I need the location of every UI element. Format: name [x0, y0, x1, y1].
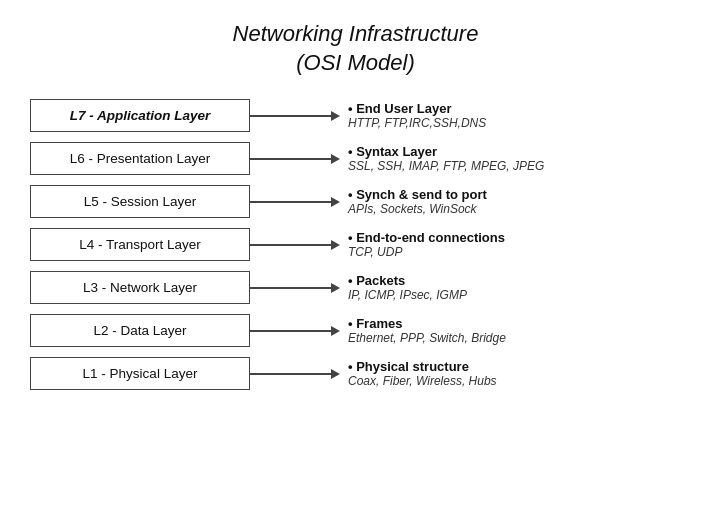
layer-box-l7: L7 - Application Layer — [30, 99, 250, 132]
layer-info-l6: • Syntax LayerSSL, SSH, IMAP, FTP, MPEG,… — [340, 144, 681, 173]
layer-row-l6: L6 - Presentation Layer• Syntax LayerSSL… — [30, 142, 681, 175]
layers-container: L7 - Application Layer• End User LayerHT… — [30, 99, 681, 390]
layer-info-sub-l1: Coax, Fiber, Wireless, Hubs — [348, 374, 681, 388]
layer-info-sub-l3: IP, ICMP, IPsec, IGMP — [348, 288, 681, 302]
layer-info-title-l5: • Synch & send to port — [348, 187, 681, 202]
arrow-l3 — [250, 283, 340, 293]
layer-row-l2: L2 - Data Layer• FramesEthernet, PPP, Sw… — [30, 314, 681, 347]
layer-info-title-l2: • Frames — [348, 316, 681, 331]
layer-info-l5: • Synch & send to portAPIs, Sockets, Win… — [340, 187, 681, 216]
arrow-l1 — [250, 369, 340, 379]
layer-box-l1: L1 - Physical Layer — [30, 357, 250, 390]
layer-row-l4: L4 - Transport Layer• End-to-end connect… — [30, 228, 681, 261]
layer-info-title-l3: • Packets — [348, 273, 681, 288]
layer-info-l4: • End-to-end connectionsTCP, UDP — [340, 230, 681, 259]
layer-info-sub-l6: SSL, SSH, IMAP, FTP, MPEG, JPEG — [348, 159, 681, 173]
arrow-l2 — [250, 326, 340, 336]
layer-box-l6: L6 - Presentation Layer — [30, 142, 250, 175]
layer-info-sub-l2: Ethernet, PPP, Switch, Bridge — [348, 331, 681, 345]
layer-info-title-l7: • End User Layer — [348, 101, 681, 116]
layer-info-l7: • End User LayerHTTP, FTP,IRC,SSH,DNS — [340, 101, 681, 130]
layer-info-title-l6: • Syntax Layer — [348, 144, 681, 159]
layer-info-sub-l7: HTTP, FTP,IRC,SSH,DNS — [348, 116, 681, 130]
layer-info-l1: • Physical structureCoax, Fiber, Wireles… — [340, 359, 681, 388]
layer-info-sub-l5: APIs, Sockets, WinSock — [348, 202, 681, 216]
arrow-l4 — [250, 240, 340, 250]
layer-info-title-l4: • End-to-end connections — [348, 230, 681, 245]
layer-row-l3: L3 - Network Layer• PacketsIP, ICMP, IPs… — [30, 271, 681, 304]
arrow-l6 — [250, 154, 340, 164]
arrow-l7 — [250, 111, 340, 121]
layer-row-l7: L7 - Application Layer• End User LayerHT… — [30, 99, 681, 132]
layer-box-l3: L3 - Network Layer — [30, 271, 250, 304]
layer-box-l5: L5 - Session Layer — [30, 185, 250, 218]
layer-row-l5: L5 - Session Layer• Synch & send to port… — [30, 185, 681, 218]
layer-box-l2: L2 - Data Layer — [30, 314, 250, 347]
layer-box-l4: L4 - Transport Layer — [30, 228, 250, 261]
layer-info-l2: • FramesEthernet, PPP, Switch, Bridge — [340, 316, 681, 345]
layer-info-sub-l4: TCP, UDP — [348, 245, 681, 259]
layer-row-l1: L1 - Physical Layer• Physical structureC… — [30, 357, 681, 390]
page-title: Networking Infrastructure (OSI Model) — [30, 20, 681, 77]
layer-info-l3: • PacketsIP, ICMP, IPsec, IGMP — [340, 273, 681, 302]
layer-info-title-l1: • Physical structure — [348, 359, 681, 374]
arrow-l5 — [250, 197, 340, 207]
